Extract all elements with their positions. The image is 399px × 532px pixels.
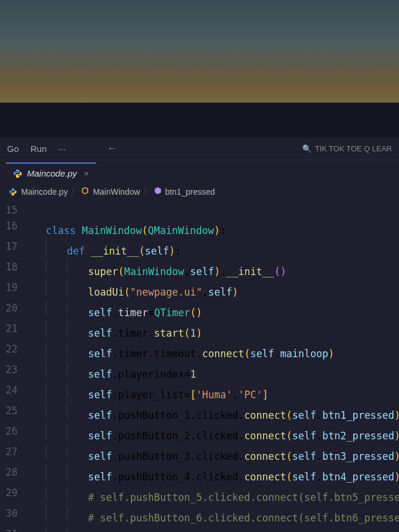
code-line: 17def __init__(self): [0, 239, 399, 259]
editor-window: Go Run ··· ← 🔍 TIK TOK TOE Q LEAR Mainco… [0, 138, 399, 532]
physical-background [0, 0, 399, 138]
gutter-line-number: 21 [0, 321, 25, 341]
gutter-line-number: 20 [0, 300, 25, 321]
code-editor[interactable]: 15 16class MainWindow(QMainWindow): 17de… [0, 200, 399, 532]
gutter-line-number: 24 [0, 382, 25, 403]
search-text: TIK TOK TOE Q LEAR [315, 144, 392, 153]
gutter-line-number: 31 [0, 526, 25, 532]
code-line: 15 [0, 202, 399, 218]
tab-bar: Maincode.py × [0, 160, 399, 183]
gutter-line-number: 19 [0, 280, 25, 300]
code-line: 20self.timer=QTimer() [0, 300, 399, 321]
code-line: 30# self.pushButton_6.clicked.connect(se… [0, 506, 399, 526]
code-line: 26self.pushButton_2.clicked.connect(self… [0, 423, 399, 444]
code-line: 24self.player_list=['Huma','PC'] [0, 382, 399, 403]
code-line: 19loadUi("newpage.ui",self) [0, 280, 399, 300]
chevron-right-icon: 〉 [71, 187, 77, 196]
tab-filename: Maincode.py [27, 168, 77, 178]
breadcrumb-class: MainWindow [93, 187, 140, 196]
code-line: 29# self.pushButton_5.clicked.connect(se… [0, 485, 399, 506]
code-line: 22self.timer.timeout.connect(self.mainlo… [0, 341, 399, 362]
code-line: 28self.pushButton_4.clicked.connect(self… [0, 465, 399, 485]
gutter-line-number: 27 [0, 444, 25, 465]
breadcrumb-method: btn1_pressed [165, 187, 215, 196]
gutter-line-number: 26 [0, 423, 25, 444]
svg-point-0 [16, 170, 16, 170]
method-icon [154, 187, 162, 196]
code-line: 31# self.pushButton_7.clicked.connect(se… [0, 526, 399, 532]
gutter-line-number: 15 [0, 202, 25, 218]
code-line: 21self.timer.start(1) [0, 321, 399, 341]
code-line: 16class MainWindow(QMainWindow): [0, 218, 399, 239]
gutter-line-number: 18 [0, 259, 25, 280]
gutter-line-number: 30 [0, 506, 25, 526]
chevron-right-icon: 〉 [144, 187, 150, 196]
search-box[interactable]: 🔍 TIK TOK TOE Q LEAR [302, 144, 392, 153]
gutter-line-number: 22 [0, 341, 25, 362]
breadcrumb-file: Maincode.py [21, 187, 67, 196]
code-line: 27self.pushButton_3.clicked.connect(self… [0, 444, 399, 465]
python-file-icon [13, 169, 22, 178]
breadcrumb[interactable]: Maincode.py 〉 MainWindow 〉 btn1_pressed [0, 183, 399, 200]
menu-run[interactable]: Run [31, 144, 47, 154]
gutter-line-number: 29 [0, 485, 25, 506]
gutter-line-number: 25 [0, 403, 25, 423]
gutter-line-number: 28 [0, 465, 25, 485]
close-icon[interactable]: × [84, 169, 89, 178]
code-line: 25self.pushButton_1.clicked.connect(self… [0, 403, 399, 423]
menu-more[interactable]: ··· [59, 144, 66, 154]
code-line: 23self.playerindex=1 [0, 362, 399, 382]
back-arrow-icon[interactable]: ← [107, 143, 117, 155]
menu-bar: Go Run ··· ← 🔍 TIK TOK TOE Q LEAR [0, 138, 399, 160]
menu-go[interactable]: Go [7, 144, 19, 154]
code-line: 18super(MainWindow,self).__init__() [0, 259, 399, 280]
python-file-icon [8, 187, 18, 196]
gutter-line-number: 23 [0, 362, 25, 382]
svg-point-1 [18, 176, 19, 177]
gutter-line-number: 16 [0, 218, 25, 239]
tab-active[interactable]: Maincode.py × [6, 162, 96, 183]
gutter-line-number: 17 [0, 239, 25, 259]
search-icon: 🔍 [302, 144, 312, 153]
class-icon [81, 187, 89, 196]
